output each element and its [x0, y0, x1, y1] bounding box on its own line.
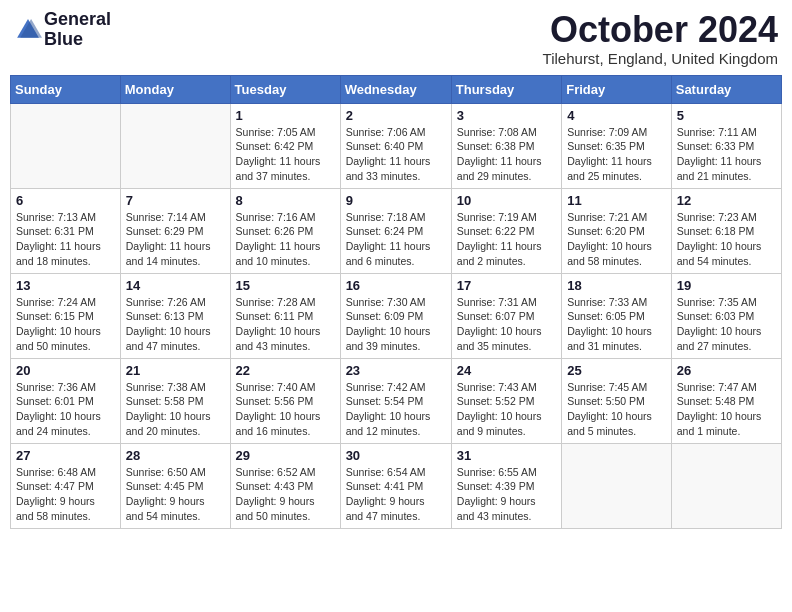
sunrise-text: Sunrise: 7:36 AM [16, 381, 96, 393]
daylight-text: Daylight: 11 hours [16, 240, 101, 252]
logo-icon [14, 16, 42, 44]
day-number: 24 [457, 363, 556, 378]
day-info: Sunrise: 6:52 AMSunset: 4:43 PMDaylight:… [236, 465, 335, 524]
calendar-cell [120, 103, 230, 188]
day-info: Sunrise: 7:14 AMSunset: 6:29 PMDaylight:… [126, 210, 225, 269]
calendar-cell: 21Sunrise: 7:38 AMSunset: 5:58 PMDayligh… [120, 358, 230, 443]
calendar-week-row: 13Sunrise: 7:24 AMSunset: 6:15 PMDayligh… [11, 273, 782, 358]
daylight-text: Daylight: 11 hours [346, 155, 431, 167]
day-number: 4 [567, 108, 666, 123]
daylight-text: Daylight: 10 hours [677, 240, 762, 252]
day-info: Sunrise: 7:16 AMSunset: 6:26 PMDaylight:… [236, 210, 335, 269]
daylight-minutes: and 21 minutes. [677, 170, 752, 182]
day-info: Sunrise: 7:43 AMSunset: 5:52 PMDaylight:… [457, 380, 556, 439]
sunrise-text: Sunrise: 7:31 AM [457, 296, 537, 308]
day-info: Sunrise: 7:18 AMSunset: 6:24 PMDaylight:… [346, 210, 446, 269]
day-number: 28 [126, 448, 225, 463]
day-number: 23 [346, 363, 446, 378]
day-info: Sunrise: 7:23 AMSunset: 6:18 PMDaylight:… [677, 210, 776, 269]
daylight-minutes: and 24 minutes. [16, 425, 91, 437]
daylight-text: Daylight: 11 hours [346, 240, 431, 252]
calendar-cell: 13Sunrise: 7:24 AMSunset: 6:15 PMDayligh… [11, 273, 121, 358]
day-number: 3 [457, 108, 556, 123]
day-info: Sunrise: 7:06 AMSunset: 6:40 PMDaylight:… [346, 125, 446, 184]
calendar-cell: 28Sunrise: 6:50 AMSunset: 4:45 PMDayligh… [120, 443, 230, 528]
day-number: 9 [346, 193, 446, 208]
daylight-text: Daylight: 10 hours [236, 325, 321, 337]
daylight-text: Daylight: 10 hours [126, 410, 211, 422]
daylight-minutes: and 39 minutes. [346, 340, 421, 352]
daylight-minutes: and 6 minutes. [346, 255, 415, 267]
day-number: 18 [567, 278, 666, 293]
day-number: 12 [677, 193, 776, 208]
calendar-cell: 5Sunrise: 7:11 AMSunset: 6:33 PMDaylight… [671, 103, 781, 188]
sunset-text: Sunset: 5:58 PM [126, 395, 204, 407]
day-info: Sunrise: 7:13 AMSunset: 6:31 PMDaylight:… [16, 210, 115, 269]
sunset-text: Sunset: 6:42 PM [236, 140, 314, 152]
calendar-cell: 1Sunrise: 7:05 AMSunset: 6:42 PMDaylight… [230, 103, 340, 188]
day-info: Sunrise: 7:09 AMSunset: 6:35 PMDaylight:… [567, 125, 666, 184]
daylight-minutes: and 50 minutes. [16, 340, 91, 352]
sunrise-text: Sunrise: 7:33 AM [567, 296, 647, 308]
sunset-text: Sunset: 4:43 PM [236, 480, 314, 492]
sunset-text: Sunset: 4:41 PM [346, 480, 424, 492]
calendar-table: SundayMondayTuesdayWednesdayThursdayFrid… [10, 75, 782, 529]
sunset-text: Sunset: 6:35 PM [567, 140, 645, 152]
logo-line1: General [44, 10, 111, 30]
sunset-text: Sunset: 5:56 PM [236, 395, 314, 407]
daylight-minutes: and 16 minutes. [236, 425, 311, 437]
calendar-cell: 22Sunrise: 7:40 AMSunset: 5:56 PMDayligh… [230, 358, 340, 443]
sunset-text: Sunset: 6:29 PM [126, 225, 204, 237]
sunset-text: Sunset: 6:26 PM [236, 225, 314, 237]
daylight-text: Daylight: 9 hours [457, 495, 536, 507]
daylight-minutes: and 20 minutes. [126, 425, 201, 437]
day-number: 14 [126, 278, 225, 293]
day-number: 26 [677, 363, 776, 378]
daylight-minutes: and 50 minutes. [236, 510, 311, 522]
sunset-text: Sunset: 6:03 PM [677, 310, 755, 322]
logo-line2: Blue [44, 30, 111, 50]
sunrise-text: Sunrise: 7:16 AM [236, 211, 316, 223]
calendar-week-row: 6Sunrise: 7:13 AMSunset: 6:31 PMDaylight… [11, 188, 782, 273]
daylight-text: Daylight: 10 hours [346, 410, 431, 422]
daylight-minutes: and 27 minutes. [677, 340, 752, 352]
day-number: 25 [567, 363, 666, 378]
daylight-minutes: and 37 minutes. [236, 170, 311, 182]
day-number: 15 [236, 278, 335, 293]
sunrise-text: Sunrise: 7:38 AM [126, 381, 206, 393]
daylight-minutes: and 43 minutes. [457, 510, 532, 522]
calendar-week-row: 1Sunrise: 7:05 AMSunset: 6:42 PMDaylight… [11, 103, 782, 188]
daylight-minutes: and 5 minutes. [567, 425, 636, 437]
day-info: Sunrise: 7:24 AMSunset: 6:15 PMDaylight:… [16, 295, 115, 354]
day-info: Sunrise: 7:21 AMSunset: 6:20 PMDaylight:… [567, 210, 666, 269]
sunrise-text: Sunrise: 7:35 AM [677, 296, 757, 308]
daylight-text: Daylight: 9 hours [346, 495, 425, 507]
calendar-cell: 23Sunrise: 7:42 AMSunset: 5:54 PMDayligh… [340, 358, 451, 443]
sunrise-text: Sunrise: 7:30 AM [346, 296, 426, 308]
weekday-header: Tuesday [230, 75, 340, 103]
sunrise-text: Sunrise: 6:52 AM [236, 466, 316, 478]
sunrise-text: Sunrise: 7:40 AM [236, 381, 316, 393]
calendar-cell: 4Sunrise: 7:09 AMSunset: 6:35 PMDaylight… [562, 103, 672, 188]
daylight-text: Daylight: 11 hours [457, 155, 542, 167]
day-info: Sunrise: 7:11 AMSunset: 6:33 PMDaylight:… [677, 125, 776, 184]
day-info: Sunrise: 7:38 AMSunset: 5:58 PMDaylight:… [126, 380, 225, 439]
weekday-header: Friday [562, 75, 672, 103]
daylight-minutes: and 2 minutes. [457, 255, 526, 267]
sunrise-text: Sunrise: 7:06 AM [346, 126, 426, 138]
day-info: Sunrise: 6:54 AMSunset: 4:41 PMDaylight:… [346, 465, 446, 524]
calendar-cell: 20Sunrise: 7:36 AMSunset: 6:01 PMDayligh… [11, 358, 121, 443]
day-info: Sunrise: 7:40 AMSunset: 5:56 PMDaylight:… [236, 380, 335, 439]
daylight-minutes: and 18 minutes. [16, 255, 91, 267]
location: Tilehurst, England, United Kingdom [543, 50, 778, 67]
page-header: General Blue October 2024 Tilehurst, Eng… [10, 10, 782, 67]
sunset-text: Sunset: 5:48 PM [677, 395, 755, 407]
sunset-text: Sunset: 6:13 PM [126, 310, 204, 322]
day-number: 13 [16, 278, 115, 293]
day-number: 5 [677, 108, 776, 123]
day-info: Sunrise: 7:05 AMSunset: 6:42 PMDaylight:… [236, 125, 335, 184]
day-number: 10 [457, 193, 556, 208]
day-info: Sunrise: 7:36 AMSunset: 6:01 PMDaylight:… [16, 380, 115, 439]
day-info: Sunrise: 7:28 AMSunset: 6:11 PMDaylight:… [236, 295, 335, 354]
weekday-header: Monday [120, 75, 230, 103]
